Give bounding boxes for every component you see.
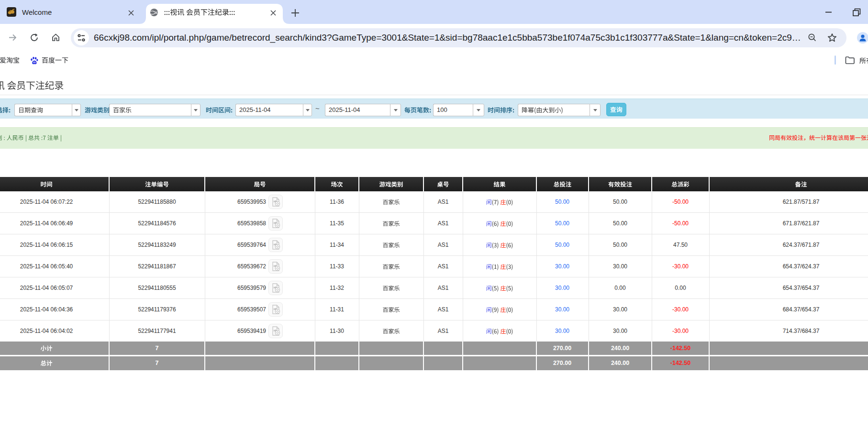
svg-text:du: du xyxy=(33,61,36,64)
